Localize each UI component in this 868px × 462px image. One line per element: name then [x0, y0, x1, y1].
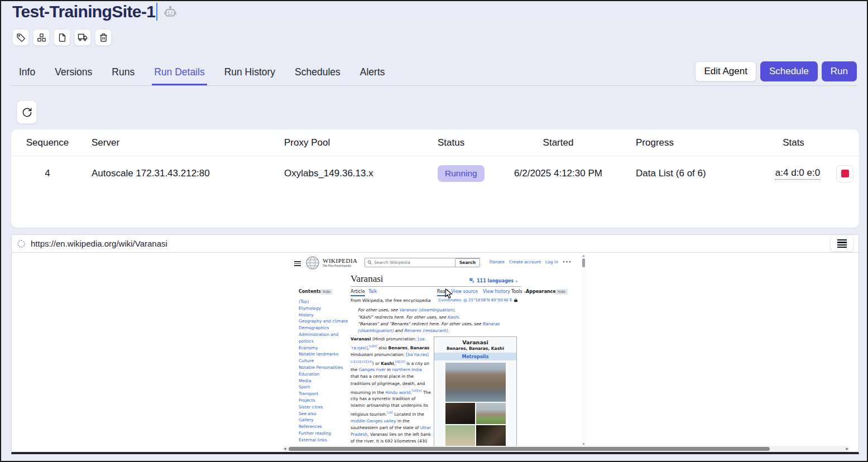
infobox-photo-building[interactable] [476, 403, 506, 424]
wiki-tab-talk[interactable]: Talk [368, 289, 377, 294]
tab-versions[interactable]: Versions [52, 60, 94, 85]
wikipedia-wordmark[interactable]: WIKIPEDIA The Free Encyclopedia [323, 257, 358, 267]
wiki-link[interactable]: Ganges river [359, 367, 386, 372]
schedule-button[interactable]: Schedule [760, 61, 818, 81]
wiki-toc-item[interactable]: Transport [299, 391, 350, 397]
wiki-link[interactable]: [19] [387, 411, 393, 414]
horizontal-scroll-thumb[interactable] [289, 447, 770, 451]
wiki-vertical-scrollbar[interactable]: ▲ ▼ [581, 254, 586, 446]
globe-icon [463, 299, 467, 302]
wiki-horizontal-scrollbar[interactable]: ◀ ▶ [283, 446, 849, 451]
wiki-toc-item[interactable]: Education [299, 371, 350, 378]
text-segment: . [459, 315, 460, 320]
wiki-toc-item[interactable]: Gallery [299, 417, 350, 424]
scroll-right-icon[interactable]: ▶ [846, 446, 848, 450]
modules-button[interactable] [33, 29, 50, 46]
text-segment: in [386, 367, 392, 372]
wiki-toc-item[interactable]: Notable Personalities [299, 364, 350, 371]
text-segment: (Hindi pronunciation: [371, 336, 418, 341]
refresh-button[interactable] [17, 100, 37, 124]
document-button[interactable] [54, 29, 70, 46]
stop-run-button[interactable] [836, 165, 853, 182]
wiki-contents-hide-button[interactable]: hide [320, 289, 333, 295]
wiki-toc-item[interactable]: Etymology [299, 305, 350, 312]
infobox-photo-performance[interactable] [445, 403, 475, 424]
wiki-toc-item[interactable]: Demographics [299, 325, 350, 331]
wiki-tools-menu[interactable]: Tools ∨ [511, 289, 526, 294]
wiki-toc-item[interactable]: Geography and climate [299, 318, 350, 325]
infobox-photo-painting[interactable] [445, 425, 475, 447]
tab-runs[interactable]: Runs [109, 60, 137, 85]
tab-run-history[interactable]: Run History [222, 60, 277, 85]
tab-schedules[interactable]: Schedules [292, 60, 343, 85]
wiki-more-menu[interactable]: ••• [563, 259, 572, 264]
edit-agent-button[interactable]: Edit Agent [695, 61, 756, 81]
wiki-link[interactable]: Benares (restaurant) [404, 328, 448, 333]
tag-button[interactable] [12, 29, 29, 46]
text-segment: . [454, 307, 455, 312]
wiki-tab-article[interactable]: Article [351, 289, 365, 296]
wiki-toc-item[interactable]: References [299, 424, 350, 430]
infobox-photo-ghats-panorama[interactable] [445, 363, 506, 402]
vertical-scroll-thumb[interactable] [582, 258, 585, 267]
infobox-type-link[interactable]: Metropolis [434, 353, 516, 360]
wiki-toc-item[interactable]: Notable landmarks [299, 351, 350, 358]
stats-link[interactable]: a:4 d:0 e:0 [775, 167, 820, 180]
text-caret [156, 3, 157, 21]
wiki-link[interactable]: Hindu world [385, 389, 410, 394]
status-badge: Running [438, 165, 485, 182]
wiki-link[interactable]: Kashi [447, 315, 458, 320]
wiki-toc-item[interactable]: Projects [299, 397, 350, 404]
browser-menu-button[interactable] [831, 236, 853, 251]
wiki-donate-link[interactable]: Donate [490, 259, 505, 264]
col-started: Started [494, 137, 622, 148]
wiki-link[interactable]: Varanasi (disambiguation) [399, 307, 454, 312]
wiki-link[interactable]: [c][12][13][14] [351, 360, 372, 363]
wiki-tab-view-history[interactable]: View history [483, 289, 510, 294]
wiki-link[interactable]: [d][15] [395, 360, 405, 363]
wiki-toc-item[interactable]: Further reading [299, 430, 350, 437]
wiki-tab-view-source[interactable]: View source [451, 289, 478, 294]
wiki-toc-item[interactable]: Media [299, 378, 350, 384]
tab-info[interactable]: Info [17, 60, 37, 85]
coordinates-value-link[interactable]: 25°19′08″N 83°00′46″E [468, 298, 512, 302]
wiki-link[interactable]: [16][e] [412, 389, 422, 392]
stats-wrap: a:4 d:0 e:0 [761, 167, 836, 180]
wiki-link[interactable]: [bəˈnaːras] [406, 352, 429, 357]
chevron-down-icon: ∨ [515, 279, 517, 283]
tab-alerts[interactable]: Alerts [358, 60, 387, 85]
wiki-search-button[interactable]: Search [455, 258, 480, 267]
scroll-up-icon[interactable]: ▲ [582, 254, 586, 257]
wiki-toc-item[interactable]: (Top) [299, 299, 350, 305]
wiki-toc-item[interactable]: Sport [299, 384, 350, 391]
wiki-create-account-link[interactable]: Create account [509, 259, 541, 264]
wiki-link[interactable]: [a][b] [369, 344, 377, 348]
wiki-toc-item[interactable]: Sister cities [299, 404, 350, 411]
wiki-login-link[interactable]: Log in [545, 259, 558, 264]
delete-button[interactable] [95, 29, 112, 46]
mouse-cursor [445, 288, 453, 301]
tab-run-details[interactable]: Run Details [152, 60, 207, 85]
wiki-toc-item[interactable]: Economy [299, 345, 350, 352]
wiki-search-box[interactable]: Search Wikipedia Search [365, 258, 480, 267]
wiki-toc-item[interactable]: Administration and politics [299, 331, 350, 345]
translate-icon [469, 278, 475, 283]
wiki-appearance-hide-button[interactable]: hide [555, 289, 568, 295]
browser-url-bar[interactable]: https://en.wikipedia.org/wiki/Varanasi [12, 235, 859, 253]
wiki-menu-icon[interactable] [294, 260, 301, 267]
run-button[interactable]: Run [822, 61, 857, 81]
wiki-toc-item[interactable]: External links [299, 437, 350, 444]
text-segment: "Banaras" and "Benares" redirect here. F… [358, 321, 482, 326]
wiki-toc-item[interactable]: History [299, 312, 350, 319]
wiki-toc: (Top)EtymologyHistoryGeography and clima… [299, 299, 350, 444]
infobox-photo-interior[interactable] [476, 425, 506, 447]
scroll-left-icon[interactable]: ◀ [284, 446, 286, 450]
wiki-link[interactable]: middle-Ganges valley [351, 418, 396, 424]
wiki-link[interactable]: northern India [392, 367, 421, 372]
wikipedia-logo[interactable] [305, 256, 320, 272]
wiki-languages-button[interactable]: 111 languages ∨ [469, 278, 517, 283]
wiki-toc-item[interactable]: Culture [299, 358, 350, 364]
wiki-toc-item[interactable]: See also [299, 411, 350, 417]
export-truck-button[interactable] [74, 29, 91, 46]
cell-status: Running [430, 165, 494, 182]
